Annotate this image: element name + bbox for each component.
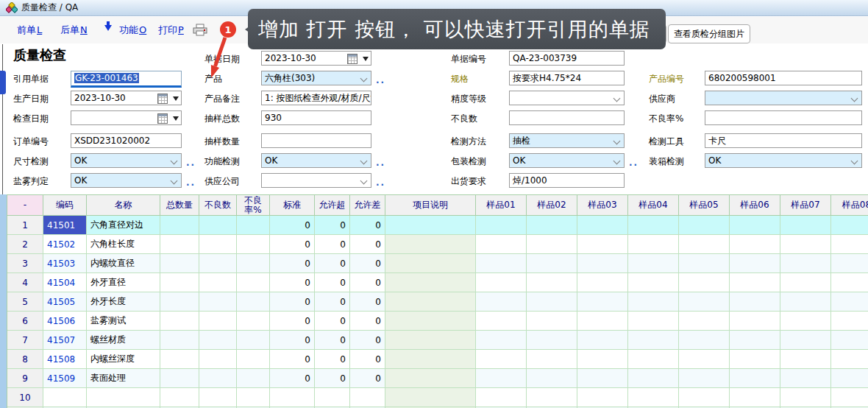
grid-cell[interactable] bbox=[730, 388, 780, 407]
grid-cell[interactable] bbox=[831, 388, 868, 407]
grid-cell[interactable] bbox=[831, 273, 868, 292]
column-header-11[interactable]: 样品02 bbox=[527, 195, 577, 216]
grid-cell[interactable] bbox=[476, 350, 527, 369]
grid-cell[interactable]: 外牙直径 bbox=[87, 273, 160, 292]
grid-cell[interactable]: 盐雾测试 bbox=[87, 312, 160, 331]
grid-cell[interactable] bbox=[270, 388, 315, 407]
field-defect_rate[interactable] bbox=[705, 110, 862, 125]
grid-cell[interactable] bbox=[628, 235, 679, 254]
grid-cell[interactable] bbox=[199, 254, 237, 273]
grid-cell[interactable] bbox=[577, 350, 628, 369]
grid-cell[interactable] bbox=[679, 254, 730, 273]
grid-cell[interactable]: 41504 bbox=[43, 273, 87, 292]
grid-cell[interactable] bbox=[679, 235, 730, 254]
grid-cell[interactable] bbox=[730, 369, 780, 388]
grid-cell[interactable] bbox=[577, 273, 628, 292]
grid-cell[interactable] bbox=[730, 273, 780, 292]
grid-cell[interactable]: 0 bbox=[350, 273, 385, 292]
field-supply_co[interactable] bbox=[261, 173, 371, 188]
grid-cell[interactable]: 41509 bbox=[43, 369, 87, 388]
grid-cell[interactable] bbox=[679, 292, 730, 312]
grid-cell[interactable] bbox=[527, 273, 577, 292]
grid-cell[interactable] bbox=[780, 388, 831, 407]
grid-cell[interactable] bbox=[476, 312, 527, 331]
toolbar-button-function[interactable]: 功能O bbox=[119, 24, 146, 37]
date-dropdown-icon[interactable] bbox=[363, 57, 369, 64]
grid-cell[interactable] bbox=[385, 312, 476, 331]
grid-cell[interactable] bbox=[577, 312, 628, 331]
grid-cell[interactable]: 0 bbox=[270, 312, 315, 331]
grid-cell[interactable] bbox=[527, 312, 577, 331]
chevron-down-icon[interactable] bbox=[360, 177, 368, 185]
grid-cell[interactable]: 内螺纹直径 bbox=[87, 254, 160, 273]
grid-cell[interactable] bbox=[679, 350, 730, 369]
field-ref_doc[interactable]: GK-23-001463 bbox=[71, 71, 182, 88]
column-header-14[interactable]: 样品05 bbox=[679, 195, 730, 216]
field-pack_check[interactable]: OK bbox=[509, 153, 625, 168]
toolbar-button-print[interactable]: 打印P bbox=[158, 24, 184, 37]
field-inspect_date[interactable] bbox=[71, 110, 182, 125]
grid-cell[interactable]: 41505 bbox=[43, 292, 87, 312]
grid-cell[interactable] bbox=[628, 312, 679, 331]
grid-cell[interactable] bbox=[780, 331, 831, 350]
grid-cell[interactable]: 0 bbox=[350, 331, 385, 350]
grid-cell[interactable] bbox=[730, 254, 780, 273]
grid-cell[interactable]: 六角柱长度 bbox=[87, 235, 160, 254]
toolbar-button-next[interactable]: 后单N bbox=[60, 24, 88, 37]
grid-cell[interactable] bbox=[160, 350, 199, 369]
grid-cell[interactable] bbox=[385, 273, 476, 292]
grid-cell[interactable]: 内螺丝深度 bbox=[87, 350, 160, 369]
grid-cell[interactable]: 0 bbox=[270, 350, 315, 369]
grid-cell[interactable]: 41501 bbox=[43, 216, 87, 235]
grid-cell[interactable] bbox=[831, 369, 868, 388]
grid-cell[interactable] bbox=[730, 331, 780, 350]
grid-cell[interactable] bbox=[527, 369, 577, 388]
grid-cell[interactable] bbox=[577, 369, 628, 388]
more-button[interactable]: .. bbox=[186, 177, 196, 188]
grid-cell[interactable] bbox=[628, 369, 679, 388]
grid-cell[interactable] bbox=[476, 388, 527, 407]
grid-cell[interactable] bbox=[577, 292, 628, 312]
grid-cell[interactable] bbox=[237, 235, 270, 254]
column-header-7[interactable]: 允许超 bbox=[315, 195, 350, 216]
grid-cell[interactable] bbox=[199, 331, 237, 350]
grid-cell[interactable] bbox=[476, 369, 527, 388]
column-header-0[interactable]: - bbox=[7, 195, 43, 216]
grid-cell[interactable] bbox=[160, 292, 199, 312]
column-header-13[interactable]: 样品04 bbox=[628, 195, 679, 216]
grid-cell[interactable]: 41507 bbox=[43, 331, 87, 350]
column-header-9[interactable]: 项目说明 bbox=[385, 195, 476, 216]
more-button[interactable]: .. bbox=[376, 158, 385, 168]
grid-cell[interactable]: 0 bbox=[270, 292, 315, 312]
grid-cell[interactable] bbox=[577, 331, 628, 350]
grid-cell[interactable] bbox=[831, 292, 868, 312]
date-dropdown-icon[interactable] bbox=[173, 116, 179, 124]
row-number-cell[interactable]: 4 bbox=[7, 273, 43, 292]
grid-cell[interactable] bbox=[199, 312, 237, 331]
grid-cell[interactable]: 0 bbox=[270, 254, 315, 273]
grid-cell[interactable] bbox=[199, 216, 237, 235]
grid-cell[interactable] bbox=[679, 216, 730, 235]
row-number-cell[interactable]: 5 bbox=[7, 292, 43, 312]
grid-cell[interactable] bbox=[476, 273, 527, 292]
column-header-6[interactable]: 标准 bbox=[270, 195, 315, 216]
grid-cell[interactable] bbox=[628, 388, 679, 407]
grid-cell[interactable] bbox=[476, 216, 527, 235]
grid-cell[interactable] bbox=[237, 254, 270, 273]
grid-cell[interactable]: 0 bbox=[315, 235, 350, 254]
grid-cell[interactable] bbox=[831, 331, 868, 350]
grid-cell[interactable] bbox=[160, 331, 199, 350]
field-precision_grade[interactable] bbox=[509, 91, 625, 105]
date-dropdown-icon[interactable] bbox=[173, 96, 179, 104]
grid-cell[interactable] bbox=[831, 254, 868, 273]
field-carton_check[interactable]: OK bbox=[705, 153, 862, 168]
field-order_no[interactable]: XSDD231020002 bbox=[71, 133, 182, 148]
grid-cell[interactable] bbox=[831, 350, 868, 369]
grid-cell[interactable] bbox=[385, 254, 476, 273]
grid-cell[interactable] bbox=[160, 388, 199, 407]
column-header-4[interactable]: 不良数 bbox=[199, 195, 237, 216]
grid-cell[interactable] bbox=[679, 312, 730, 331]
column-header-16[interactable]: 样品07 bbox=[780, 195, 831, 216]
field-prod_date[interactable]: 2023-10-30 bbox=[71, 91, 182, 105]
grid-cell[interactable] bbox=[476, 292, 527, 312]
